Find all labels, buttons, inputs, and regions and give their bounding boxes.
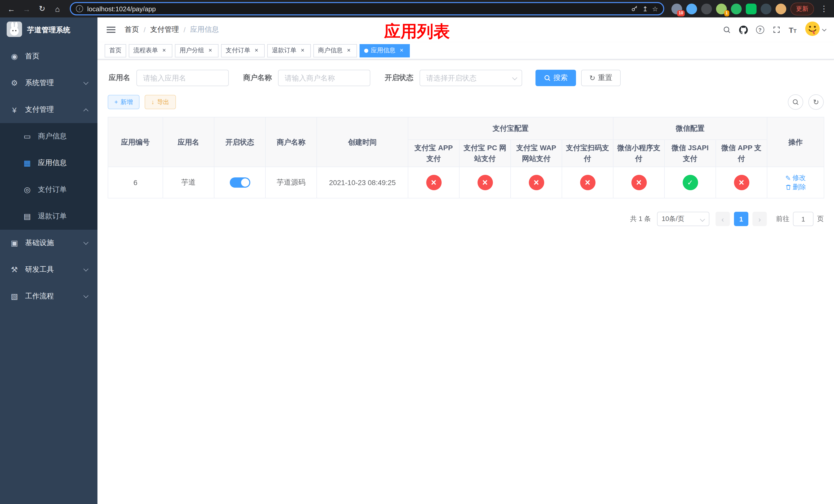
page-number-current[interactable]: 1: [734, 212, 748, 226]
cell-merchant: 芋道源码: [265, 167, 317, 198]
browser-update-button[interactable]: 更新: [790, 2, 814, 15]
sidebar-item-dev-tools[interactable]: ⚒ 研发工具: [0, 256, 97, 283]
avatar[interactable]: [805, 21, 820, 39]
tab-app-info[interactable]: 应用信息 ×: [359, 44, 410, 57]
home-icon[interactable]: ⌂: [50, 2, 65, 16]
trash-icon: [785, 184, 791, 190]
extension-icon-grid[interactable]: 10: [672, 3, 682, 14]
status-label: 开启状态: [385, 73, 413, 83]
cell-alipay-pc: [459, 167, 511, 198]
page-size-select[interactable]: 10条/页: [657, 212, 709, 226]
address-bar[interactable]: i localhost:1024/pay/app ↥ ☆: [70, 2, 664, 15]
close-icon[interactable]: ×: [253, 47, 260, 54]
sidebar-item-label: 商户信息: [38, 132, 67, 141]
tab-user-group[interactable]: 用户分组 ×: [175, 44, 219, 57]
chevron-down-icon: [700, 216, 705, 222]
col-alipay-qr: 支付宝扫码支付: [562, 140, 613, 167]
tab-pay-orders[interactable]: 支付订单 ×: [221, 44, 265, 57]
chevron-down-icon: [83, 293, 88, 298]
fail-icon: [580, 175, 595, 190]
font-size-icon[interactable]: TT: [789, 25, 796, 34]
sidebar-item-home[interactable]: ◉ 首页: [0, 43, 97, 70]
yen-icon: ¥: [10, 105, 19, 114]
sidebar-item-workflow[interactable]: ▧ 工作流程: [0, 283, 97, 310]
chevron-down-icon: [822, 27, 827, 31]
extension-icon-drop[interactable]: [686, 3, 697, 14]
browser-menu-icon[interactable]: ⋮: [818, 4, 830, 13]
password-key-icon[interactable]: [631, 5, 638, 12]
sidebar-item-pay-orders[interactable]: ◎ 支付订单: [0, 176, 97, 203]
site-info-icon[interactable]: i: [76, 5, 83, 12]
navbar-actions: ? TT: [722, 21, 826, 39]
bookmark-star-icon[interactable]: ☆: [652, 5, 658, 13]
sidebar-item-merchant-info[interactable]: ▭ 商户信息: [0, 123, 97, 150]
main-area: 首页 / 支付管理 / 应用信息: [97, 18, 834, 504]
status-select[interactable]: [420, 70, 522, 86]
breadcrumb-section[interactable]: 支付管理: [150, 25, 179, 35]
reload-icon[interactable]: ↻: [35, 2, 49, 16]
forward-icon[interactable]: →: [20, 2, 34, 16]
search-icon[interactable]: [722, 26, 731, 34]
fail-icon: [631, 175, 646, 190]
group-alipay-config: 支付宝配置: [408, 117, 613, 140]
refresh-table-button[interactable]: ↻: [808, 94, 824, 110]
search-button[interactable]: 搜索: [535, 70, 576, 86]
close-icon[interactable]: ×: [345, 47, 352, 54]
close-icon[interactable]: ×: [160, 47, 168, 54]
extension-icon-avatar[interactable]: 1: [716, 3, 727, 14]
close-icon[interactable]: ×: [398, 47, 405, 54]
next-page-button[interactable]: ›: [752, 212, 767, 226]
refresh-icon: ↻: [589, 74, 595, 82]
table-toolbar: + 新增 ↓ 导出 ↻: [108, 94, 824, 110]
tab-process-form[interactable]: 流程表单 ×: [129, 44, 172, 57]
sidebar-item-payment[interactable]: ¥ 支付管理: [0, 96, 97, 123]
chevron-down-icon: [83, 239, 88, 245]
prev-page-button[interactable]: ‹: [716, 212, 730, 226]
success-icon: [682, 175, 698, 190]
col-status: 开启状态: [214, 117, 265, 167]
url-text[interactable]: localhost:1024/pay/app: [87, 5, 627, 13]
col-alipay-wap: 支付宝 WAP 网站支付: [511, 140, 562, 167]
export-button[interactable]: ↓ 导出: [145, 95, 176, 109]
add-button[interactable]: + 新增: [108, 95, 139, 109]
sidebar-item-system[interactable]: ⚙ 系统管理: [0, 70, 97, 96]
goto-page-input[interactable]: [793, 212, 813, 226]
close-icon[interactable]: ×: [299, 47, 306, 54]
delete-link[interactable]: 删除: [785, 183, 806, 192]
status-toggle[interactable]: [229, 177, 250, 188]
extension-icon-green-circle[interactable]: [731, 3, 742, 14]
cell-actions: ✎ 修改 删除: [767, 167, 824, 198]
breadcrumb-home[interactable]: 首页: [125, 25, 139, 35]
cell-status: [214, 167, 265, 198]
reset-button[interactable]: ↻ 重置: [581, 70, 620, 86]
extension-icon-dark[interactable]: [701, 3, 712, 14]
sidebar-item-app-info[interactable]: ▦ 应用信息: [0, 150, 97, 176]
close-icon[interactable]: ×: [207, 47, 214, 54]
tab-merchant-info[interactable]: 商户信息 ×: [313, 44, 357, 57]
sidebar-item-refund-orders[interactable]: ▤ 退款订单: [0, 203, 97, 230]
user-menu[interactable]: [805, 21, 826, 39]
edit-link[interactable]: ✎ 修改: [785, 173, 806, 183]
extension-icon-profile[interactable]: [775, 3, 786, 14]
back-icon[interactable]: ←: [4, 2, 19, 16]
extension-icon-pin[interactable]: [761, 3, 771, 14]
extension-icon-wechat[interactable]: [746, 3, 756, 14]
chevron-down-icon: [83, 266, 88, 271]
goto-suffix: 页: [817, 214, 824, 224]
refresh-icon: ↻: [813, 98, 819, 106]
help-icon[interactable]: ?: [756, 26, 764, 34]
payment-submenu: ▭ 商户信息 ▦ 应用信息 ◎ 支付订单 ▤ 退款订单: [0, 123, 97, 230]
merchant-name-input[interactable]: [278, 70, 370, 86]
sidebar-toggle-icon[interactable]: [106, 25, 116, 35]
show-search-button[interactable]: [788, 94, 803, 110]
sidebar-item-infrastructure[interactable]: ▣ 基础设施: [0, 230, 97, 256]
col-app-id: 应用编号: [108, 117, 163, 167]
col-actions: 操作: [767, 117, 824, 167]
github-icon[interactable]: [739, 25, 748, 34]
tab-home[interactable]: 首页: [105, 44, 126, 57]
fullscreen-icon[interactable]: [772, 26, 781, 34]
status-select-input[interactable]: [420, 70, 522, 86]
app-name-input[interactable]: [136, 70, 229, 86]
share-icon[interactable]: ↥: [642, 5, 648, 13]
tab-refund-orders[interactable]: 退款订单 ×: [267, 44, 311, 57]
